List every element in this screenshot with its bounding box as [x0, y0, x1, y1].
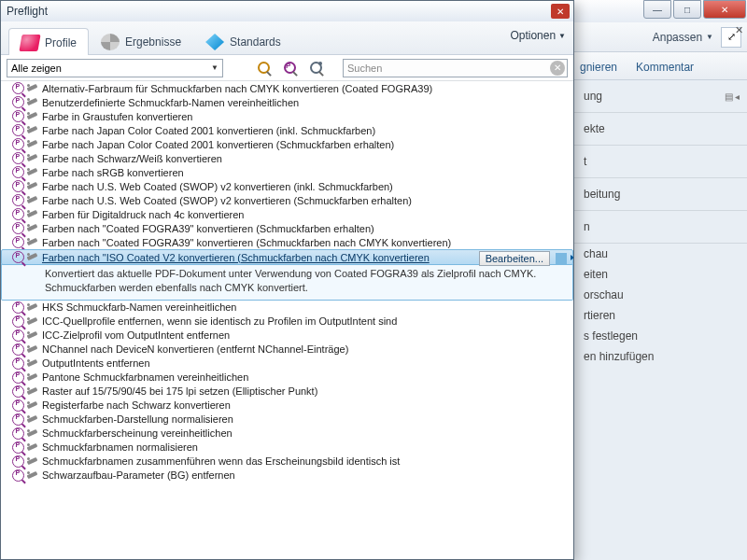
- profile-item[interactable]: Farbe in Graustufen konvertieren: [1, 109, 573, 123]
- wrench-icon: [26, 469, 38, 482]
- wrench-icon: [26, 166, 38, 178]
- bgwin-tabs: gnieren Kommentar: [571, 52, 747, 80]
- panel-close-icon[interactable]: ✕: [735, 24, 743, 36]
- profile-item[interactable]: Registerfarbe nach Schwarz konvertieren: [1, 399, 573, 413]
- profile-item-label: Schmuckfarben-Darstellung normalisieren: [42, 413, 233, 425]
- profile-item[interactable]: Farbe nach sRGB konvertieren: [1, 165, 573, 179]
- tab-results[interactable]: Ergebnisse: [89, 27, 193, 54]
- wrench-icon: [26, 427, 38, 440]
- profile-item-label: Farbe in Graustufen konvertieren: [42, 111, 192, 122]
- options-menu[interactable]: Optionen ▼: [510, 29, 566, 42]
- profile-item[interactable]: Farben nach "Coated FOGRA39" konvertiere…: [1, 235, 573, 249]
- profile-item-label: Pantone Schmuckfarbnamen vereinheitliche…: [42, 371, 248, 383]
- panel-section[interactable]: ekte: [571, 113, 747, 146]
- profile-item[interactable]: Farbe nach Japan Color Coated 2001 konve…: [1, 123, 573, 137]
- tab-standards[interactable]: Standards: [193, 27, 293, 54]
- tool-profiles-button[interactable]: [279, 58, 300, 78]
- panel-section[interactable]: n: [571, 211, 747, 244]
- panel-section[interactable]: t: [571, 146, 747, 178]
- profile-list[interactable]: Alternativ-Farbraum für Schmuckfarben na…: [1, 81, 573, 559]
- profile-item-label: Schmuckfarberscheinung vereinheitlichen: [42, 427, 233, 439]
- wrench-icon: [26, 180, 38, 192]
- tool-inspect-button[interactable]: [253, 58, 274, 78]
- edit-button[interactable]: Bearbeiten...: [479, 251, 550, 266]
- tab-sign[interactable]: gnieren: [571, 55, 627, 79]
- profile-item[interactable]: OutputIntents entfernen: [1, 357, 573, 371]
- panel-item[interactable]: en hinzufügen: [571, 346, 747, 367]
- panel-header[interactable]: ung ▤◂: [571, 80, 747, 113]
- profile-item-label: Schmuckfarbnamen normalisieren: [42, 441, 198, 453]
- inspect-p-icon: [12, 371, 24, 384]
- filter-combo[interactable]: Alle zeigen ▼: [7, 59, 223, 77]
- profile-item[interactable]: Farbe nach Japan Color Coated 2001 konve…: [1, 137, 573, 151]
- profile-item[interactable]: Schwarzaufbau-Parameter (BG) entfernen: [1, 469, 573, 483]
- search-box[interactable]: ✕: [343, 59, 568, 77]
- profile-item-label: ICC-Zielprofil vom OutputIntent entferne…: [42, 329, 230, 341]
- tool-fixups-button[interactable]: [305, 58, 326, 78]
- wrench-icon: [26, 343, 38, 356]
- profile-item-label: Farbe nach Japan Color Coated 2001 konve…: [42, 125, 375, 136]
- results-icon: [101, 34, 120, 50]
- inspect-p-icon: [12, 399, 24, 412]
- wrench-icon: [26, 152, 38, 164]
- profile-item-label: Registerfarbe nach Schwarz konvertieren: [42, 399, 231, 411]
- panel-item[interactable]: eiten: [571, 264, 747, 285]
- inspect-p-icon: [12, 441, 24, 454]
- panel-item[interactable]: orschau: [571, 285, 747, 305]
- panel-item[interactable]: rtieren: [571, 305, 747, 326]
- profile-item-label: Farbe nach sRGB konvertieren: [42, 167, 184, 178]
- inspect-p-icon: [12, 180, 24, 192]
- profile-item[interactable]: NChannel nach DeviceN konvertieren (entf…: [1, 343, 573, 357]
- profile-item[interactable]: Schmuckfarbnamen zusammenführen wenn das…: [1, 455, 573, 469]
- tab-comment[interactable]: Kommentar: [627, 55, 703, 79]
- profile-item[interactable]: Farben nach "Coated FOGRA39" konvertiere…: [1, 221, 573, 235]
- minimize-button[interactable]: —: [643, 0, 671, 19]
- clear-search-button[interactable]: ✕: [550, 61, 565, 76]
- profile-item[interactable]: Farbe nach Schwarz/Weiß konvertieren: [1, 151, 573, 165]
- profile-item[interactable]: HKS Schmuckfarb-Namen vereinheitlichen: [1, 301, 573, 315]
- profile-item[interactable]: Alternativ-Farbraum für Schmuckfarben na…: [1, 81, 573, 95]
- wrench-icon: [26, 357, 38, 370]
- inspect-p-icon: [12, 82, 24, 94]
- inspect-p-icon: [12, 329, 24, 342]
- inspect-p-icon: [12, 138, 24, 150]
- wrench-icon: [26, 82, 38, 94]
- search-input[interactable]: [344, 63, 550, 74]
- tab-standards-label: Standards: [230, 35, 281, 49]
- profile-item[interactable]: Farbe nach U.S. Web Coated (SWOP) v2 kon…: [1, 193, 573, 207]
- profile-item-selected[interactable]: Farben nach "ISO Coated V2 konvertieren …: [1, 249, 573, 265]
- profile-item[interactable]: Farbe nach U.S. Web Coated (SWOP) v2 kon…: [1, 179, 573, 193]
- inspect-p-icon: [12, 124, 24, 136]
- magnifier-gear-icon: [310, 62, 322, 74]
- profile-item[interactable]: Schmuckfarben-Darstellung normalisieren: [1, 413, 573, 427]
- profile-item-label: Farbe nach Japan Color Coated 2001 konve…: [42, 139, 394, 150]
- close-window-button[interactable]: ✕: [703, 0, 746, 19]
- profile-item[interactable]: Pantone Schmuckfarbnamen vereinheitliche…: [1, 371, 573, 385]
- dialog-title: Preflight: [7, 5, 48, 18]
- panel-item[interactable]: s festlegen: [571, 326, 747, 346]
- profile-item[interactable]: Schmuckfarbnamen normalisieren: [1, 441, 573, 455]
- profile-description: Konvertiert das aktuelle PDF-Dokument un…: [1, 264, 573, 301]
- panel-item[interactable]: chau: [571, 244, 747, 264]
- inspect-p-icon: [12, 427, 24, 440]
- profile-item[interactable]: Schmuckfarberscheinung vereinheitlichen: [1, 427, 573, 441]
- tab-profile[interactable]: Profile: [8, 28, 89, 55]
- profile-item[interactable]: ICC-Zielprofil vom OutputIntent entferne…: [1, 329, 573, 343]
- customize-menu[interactable]: Anpassen ▼: [653, 31, 713, 44]
- wrench-icon: [26, 194, 38, 206]
- filter-bar: Alle zeigen ▼ ✕: [1, 55, 573, 81]
- options-label: Optionen: [510, 29, 556, 42]
- profile-item-label: Raster auf 15/75/90/45 bei 175 lpi setze…: [42, 385, 317, 397]
- profile-item[interactable]: Benutzerdefinierte Schmuckfarb-Namen ver…: [1, 95, 573, 109]
- profile-item[interactable]: Raster auf 15/75/90/45 bei 175 lpi setze…: [1, 385, 573, 399]
- wrench-icon: [26, 110, 38, 122]
- chevron-down-icon: ▼: [558, 32, 566, 40]
- panel-section[interactable]: beitung: [571, 178, 747, 211]
- dialog-titlebar: Preflight ✕: [1, 1, 573, 21]
- wrench-icon: [26, 455, 38, 468]
- profile-item[interactable]: ICC-Quellprofile entfernen, wenn sie ide…: [1, 315, 573, 329]
- preflight-dialog: Preflight ✕ Profile Ergebnisse Standards…: [0, 0, 574, 560]
- dialog-close-button[interactable]: ✕: [551, 4, 570, 19]
- profile-item[interactable]: Farben für Digitaldruck nach 4c konverti…: [1, 207, 573, 221]
- maximize-button[interactable]: □: [673, 0, 701, 19]
